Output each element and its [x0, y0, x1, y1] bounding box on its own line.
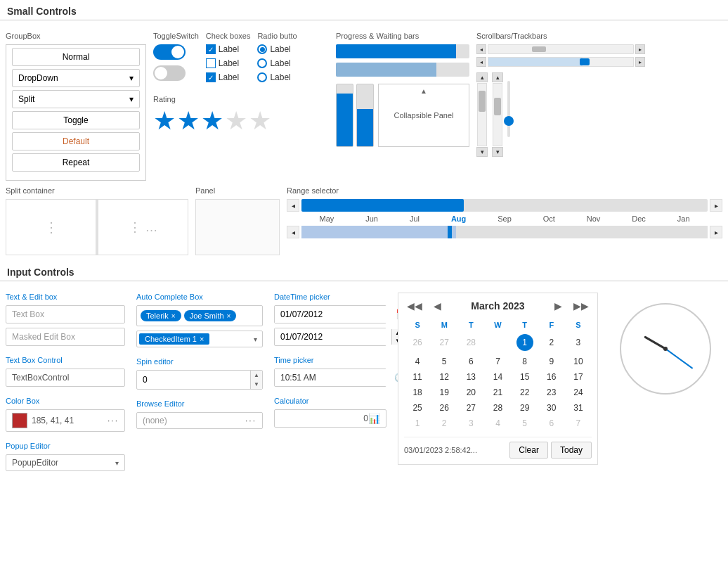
cal-day[interactable]: 12: [431, 369, 457, 385]
cal-day[interactable]: 8: [512, 354, 538, 369]
text-box-field[interactable]: Text Box: [6, 305, 125, 323]
star-2[interactable]: ★: [177, 106, 200, 136]
groupbox-btn-normal[interactable]: Normal: [12, 48, 140, 66]
chip-joe-smith[interactable]: Joe Smith ×: [184, 310, 237, 321]
color-box-field[interactable]: 185, 41, 41 ···: [6, 409, 125, 432]
cal-prev-prev-btn[interactable]: ◀◀: [404, 299, 425, 313]
cal-day[interactable]: 9: [538, 354, 565, 369]
groupbox-btn-default[interactable]: Default: [12, 132, 140, 150]
scrollbar-horiz-thumb[interactable]: [532, 46, 546, 52]
groupbox-btn-dropdown[interactable]: DropDown ▾: [12, 69, 140, 87]
checkbox-3[interactable]: ✓: [206, 72, 216, 82]
cal-day[interactable]: 27: [457, 400, 484, 416]
range-right-arrow-2[interactable]: ▸: [710, 226, 722, 238]
cal-day[interactable]: 27: [431, 331, 457, 354]
browse-editor-field[interactable]: (none) ···: [136, 412, 263, 429]
time-picker-field[interactable]: 🕐 ▲ ▼: [274, 368, 386, 387]
cal-clear-btn[interactable]: Clear: [509, 442, 548, 459]
cal-day[interactable]: 18: [404, 385, 431, 400]
calculator-icon[interactable]: 📊: [368, 413, 380, 424]
star-4[interactable]: ★: [225, 106, 247, 136]
slider-thumb[interactable]: [580, 58, 590, 65]
radio-3[interactable]: [257, 72, 267, 82]
cal-day[interactable]: [484, 331, 511, 354]
cal-day[interactable]: 5: [512, 416, 538, 431]
cal-day[interactable]: 22: [512, 385, 538, 400]
cal-next-btn[interactable]: ▶: [552, 299, 565, 313]
chip-telerik[interactable]: Telerik ×: [141, 310, 181, 321]
range-right-arrow-1[interactable]: ▸: [710, 199, 722, 212]
cal-day[interactable]: 16: [538, 369, 565, 385]
scrollbar-right-btn[interactable]: ▸: [635, 44, 645, 54]
textbox-control-field[interactable]: TextBoxControl: [6, 368, 125, 387]
radio-1[interactable]: [257, 44, 267, 54]
cal-day[interactable]: 7: [565, 416, 592, 431]
cal-day[interactable]: 20: [457, 385, 484, 400]
toggle-switch-off[interactable]: [153, 65, 186, 81]
vert-scroll-down-1[interactable]: ▾: [476, 147, 488, 157]
autocomplete-chips-field[interactable]: Telerik × Joe Smith ×: [136, 305, 263, 326]
star-3[interactable]: ★: [201, 106, 223, 136]
cal-day[interactable]: 4: [404, 354, 431, 369]
checked-dropdown-arrow[interactable]: ▾: [251, 335, 260, 343]
cal-day[interactable]: 11: [404, 369, 431, 385]
cal-day[interactable]: 26: [404, 331, 431, 354]
checked-item-close[interactable]: ×: [200, 335, 204, 343]
browse-dots-btn[interactable]: ···: [245, 416, 256, 425]
spin-up-btn[interactable]: ▲: [251, 371, 262, 380]
vert-scrollbar-thumb-1[interactable]: [479, 91, 486, 112]
range-left-arrow-2[interactable]: ◂: [287, 226, 299, 238]
cal-day[interactable]: 6: [538, 416, 565, 431]
datetime-field-1[interactable]: 📅: [274, 305, 386, 323]
scrollbar2-right-btn[interactable]: ▸: [635, 57, 645, 67]
star-1[interactable]: ★: [153, 106, 176, 136]
cal-day[interactable]: 15: [512, 369, 538, 385]
cal-day[interactable]: 7: [484, 354, 511, 369]
groupbox-btn-toggle[interactable]: Toggle: [12, 111, 140, 129]
cal-day[interactable]: 2: [431, 416, 457, 431]
masked-edit-field[interactable]: Masked Edit Box: [6, 328, 125, 346]
cal-day[interactable]: 1: [404, 416, 431, 431]
cal-next-next-btn[interactable]: ▶▶: [571, 299, 592, 313]
radio-2[interactable]: [257, 58, 267, 68]
vert-scroll-up-1[interactable]: ▴: [476, 72, 488, 82]
vert-scrollbar-thumb-2[interactable]: [494, 98, 501, 115]
chip-telerik-close[interactable]: ×: [171, 312, 176, 320]
vert-scroll-up-2[interactable]: ▴: [492, 72, 503, 82]
cal-day[interactable]: 30: [538, 400, 565, 416]
cal-day[interactable]: 28: [484, 400, 511, 416]
range-thumb-2[interactable]: [448, 226, 452, 238]
popup-dropdown-icon[interactable]: ▾: [115, 459, 119, 467]
collapsible-panel[interactable]: ▲ Collapsible Panel: [378, 84, 469, 147]
cal-day[interactable]: 24: [565, 385, 592, 400]
autocomplete-dropdown-field[interactable]: CheckedItem 1 × ▾: [136, 331, 263, 347]
cal-day[interactable]: 10: [565, 354, 592, 369]
groupbox-btn-repeat[interactable]: Repeat: [12, 153, 140, 172]
spin-editor-field[interactable]: ▲ ▼: [136, 370, 263, 390]
cal-day[interactable]: 13: [457, 369, 484, 385]
checkbox-2[interactable]: [206, 58, 216, 68]
cal-day[interactable]: 31: [565, 400, 592, 416]
cal-day[interactable]: 29: [512, 400, 538, 416]
vert-scroll-down-2[interactable]: ▾: [492, 147, 503, 157]
calculator-field[interactable]: 0 📊: [274, 409, 386, 428]
cal-day[interactable]: 3: [565, 331, 592, 354]
range-left-arrow-1[interactable]: ◂: [287, 199, 299, 212]
time-picker-input[interactable]: [275, 369, 391, 386]
cal-day[interactable]: 4: [484, 416, 511, 431]
cal-prev-btn[interactable]: ◀: [431, 299, 444, 313]
datetime-input-2[interactable]: [275, 328, 391, 345]
vert-slider-thumb[interactable]: [504, 116, 514, 126]
cal-day[interactable]: 17: [565, 369, 592, 385]
cal-day[interactable]: 26: [431, 400, 457, 416]
scrollbar2-left-btn[interactable]: ◂: [476, 57, 486, 67]
checkbox-1[interactable]: ✓: [206, 44, 216, 54]
cal-today-btn[interactable]: Today: [551, 442, 592, 459]
cal-day[interactable]: 23: [538, 385, 565, 400]
spin-editor-input[interactable]: [137, 371, 250, 388]
cal-day[interactable]: 3: [457, 416, 484, 431]
cal-day[interactable]: 21: [484, 385, 511, 400]
cal-day[interactable]: 5: [431, 354, 457, 369]
popup-editor-field[interactable]: PopupEditor ▾: [6, 454, 125, 471]
groupbox-btn-split[interactable]: Split ▾: [12, 90, 140, 108]
